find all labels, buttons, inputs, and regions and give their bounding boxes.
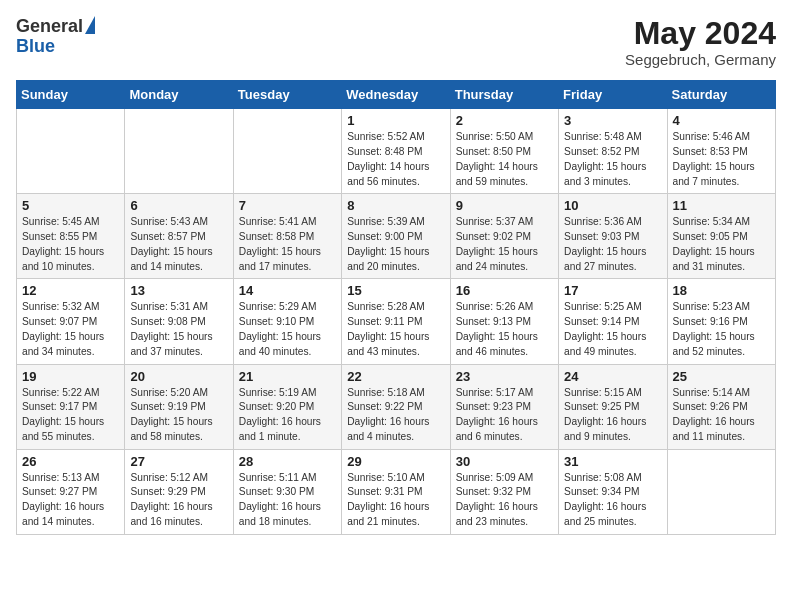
day-info: Sunrise: 5:22 AM Sunset: 9:17 PM Dayligh… [22, 386, 119, 445]
day-number: 16 [456, 283, 553, 298]
day-number: 6 [130, 198, 227, 213]
weekday-header-tuesday: Tuesday [233, 81, 341, 109]
day-number: 24 [564, 369, 661, 384]
day-info: Sunrise: 5:09 AM Sunset: 9:32 PM Dayligh… [456, 471, 553, 530]
calendar-cell: 26Sunrise: 5:13 AM Sunset: 9:27 PM Dayli… [17, 449, 125, 534]
calendar-cell: 25Sunrise: 5:14 AM Sunset: 9:26 PM Dayli… [667, 364, 775, 449]
day-number: 11 [673, 198, 770, 213]
day-info: Sunrise: 5:10 AM Sunset: 9:31 PM Dayligh… [347, 471, 444, 530]
day-info: Sunrise: 5:41 AM Sunset: 8:58 PM Dayligh… [239, 215, 336, 274]
logo-icon [85, 16, 95, 34]
calendar-week-row: 12Sunrise: 5:32 AM Sunset: 9:07 PM Dayli… [17, 279, 776, 364]
weekday-header-friday: Friday [559, 81, 667, 109]
day-info: Sunrise: 5:34 AM Sunset: 9:05 PM Dayligh… [673, 215, 770, 274]
day-number: 22 [347, 369, 444, 384]
title-area: May 2024 Seggebruch, Germany [625, 16, 776, 68]
calendar-week-row: 26Sunrise: 5:13 AM Sunset: 9:27 PM Dayli… [17, 449, 776, 534]
day-number: 20 [130, 369, 227, 384]
day-info: Sunrise: 5:18 AM Sunset: 9:22 PM Dayligh… [347, 386, 444, 445]
day-number: 25 [673, 369, 770, 384]
day-info: Sunrise: 5:31 AM Sunset: 9:08 PM Dayligh… [130, 300, 227, 359]
calendar-cell: 31Sunrise: 5:08 AM Sunset: 9:34 PM Dayli… [559, 449, 667, 534]
calendar-cell [667, 449, 775, 534]
calendar-cell: 4Sunrise: 5:46 AM Sunset: 8:53 PM Daylig… [667, 109, 775, 194]
day-number: 23 [456, 369, 553, 384]
calendar-cell: 7Sunrise: 5:41 AM Sunset: 8:58 PM Daylig… [233, 194, 341, 279]
day-info: Sunrise: 5:25 AM Sunset: 9:14 PM Dayligh… [564, 300, 661, 359]
calendar-cell: 15Sunrise: 5:28 AM Sunset: 9:11 PM Dayli… [342, 279, 450, 364]
day-info: Sunrise: 5:20 AM Sunset: 9:19 PM Dayligh… [130, 386, 227, 445]
day-number: 17 [564, 283, 661, 298]
day-info: Sunrise: 5:46 AM Sunset: 8:53 PM Dayligh… [673, 130, 770, 189]
calendar-cell: 13Sunrise: 5:31 AM Sunset: 9:08 PM Dayli… [125, 279, 233, 364]
day-number: 3 [564, 113, 661, 128]
calendar-cell: 30Sunrise: 5:09 AM Sunset: 9:32 PM Dayli… [450, 449, 558, 534]
calendar-cell: 2Sunrise: 5:50 AM Sunset: 8:50 PM Daylig… [450, 109, 558, 194]
logo-blue-text: Blue [16, 37, 95, 55]
calendar-cell: 24Sunrise: 5:15 AM Sunset: 9:25 PM Dayli… [559, 364, 667, 449]
day-number: 29 [347, 454, 444, 469]
weekday-header-wednesday: Wednesday [342, 81, 450, 109]
calendar-cell: 16Sunrise: 5:26 AM Sunset: 9:13 PM Dayli… [450, 279, 558, 364]
calendar-cell: 17Sunrise: 5:25 AM Sunset: 9:14 PM Dayli… [559, 279, 667, 364]
calendar-cell: 20Sunrise: 5:20 AM Sunset: 9:19 PM Dayli… [125, 364, 233, 449]
day-number: 10 [564, 198, 661, 213]
calendar-header: SundayMondayTuesdayWednesdayThursdayFrid… [17, 81, 776, 109]
day-info: Sunrise: 5:43 AM Sunset: 8:57 PM Dayligh… [130, 215, 227, 274]
day-number: 28 [239, 454, 336, 469]
weekday-header-monday: Monday [125, 81, 233, 109]
day-info: Sunrise: 5:19 AM Sunset: 9:20 PM Dayligh… [239, 386, 336, 445]
day-number: 21 [239, 369, 336, 384]
day-info: Sunrise: 5:08 AM Sunset: 9:34 PM Dayligh… [564, 471, 661, 530]
day-number: 2 [456, 113, 553, 128]
day-info: Sunrise: 5:26 AM Sunset: 9:13 PM Dayligh… [456, 300, 553, 359]
day-info: Sunrise: 5:50 AM Sunset: 8:50 PM Dayligh… [456, 130, 553, 189]
location-subtitle: Seggebruch, Germany [625, 51, 776, 68]
logo: General Blue [16, 16, 95, 55]
calendar-cell: 8Sunrise: 5:39 AM Sunset: 9:00 PM Daylig… [342, 194, 450, 279]
day-info: Sunrise: 5:23 AM Sunset: 9:16 PM Dayligh… [673, 300, 770, 359]
day-number: 4 [673, 113, 770, 128]
calendar-cell [233, 109, 341, 194]
calendar-cell: 10Sunrise: 5:36 AM Sunset: 9:03 PM Dayli… [559, 194, 667, 279]
day-number: 14 [239, 283, 336, 298]
calendar-cell: 21Sunrise: 5:19 AM Sunset: 9:20 PM Dayli… [233, 364, 341, 449]
day-info: Sunrise: 5:48 AM Sunset: 8:52 PM Dayligh… [564, 130, 661, 189]
month-year-title: May 2024 [625, 16, 776, 51]
calendar-cell: 18Sunrise: 5:23 AM Sunset: 9:16 PM Dayli… [667, 279, 775, 364]
day-info: Sunrise: 5:28 AM Sunset: 9:11 PM Dayligh… [347, 300, 444, 359]
day-number: 27 [130, 454, 227, 469]
weekday-header-saturday: Saturday [667, 81, 775, 109]
calendar-week-row: 5Sunrise: 5:45 AM Sunset: 8:55 PM Daylig… [17, 194, 776, 279]
day-number: 7 [239, 198, 336, 213]
day-number: 18 [673, 283, 770, 298]
calendar-cell: 22Sunrise: 5:18 AM Sunset: 9:22 PM Dayli… [342, 364, 450, 449]
calendar-body: 1Sunrise: 5:52 AM Sunset: 8:48 PM Daylig… [17, 109, 776, 535]
calendar-cell [125, 109, 233, 194]
calendar-table: SundayMondayTuesdayWednesdayThursdayFrid… [16, 80, 776, 535]
day-info: Sunrise: 5:32 AM Sunset: 9:07 PM Dayligh… [22, 300, 119, 359]
calendar-cell [17, 109, 125, 194]
day-number: 13 [130, 283, 227, 298]
calendar-cell: 23Sunrise: 5:17 AM Sunset: 9:23 PM Dayli… [450, 364, 558, 449]
weekday-header-sunday: Sunday [17, 81, 125, 109]
day-info: Sunrise: 5:45 AM Sunset: 8:55 PM Dayligh… [22, 215, 119, 274]
calendar-cell: 12Sunrise: 5:32 AM Sunset: 9:07 PM Dayli… [17, 279, 125, 364]
logo-text: General Blue [16, 16, 95, 55]
page-header: General Blue May 2024 Seggebruch, German… [16, 16, 776, 68]
calendar-cell: 28Sunrise: 5:11 AM Sunset: 9:30 PM Dayli… [233, 449, 341, 534]
weekday-header-row: SundayMondayTuesdayWednesdayThursdayFrid… [17, 81, 776, 109]
day-info: Sunrise: 5:15 AM Sunset: 9:25 PM Dayligh… [564, 386, 661, 445]
calendar-cell: 14Sunrise: 5:29 AM Sunset: 9:10 PM Dayli… [233, 279, 341, 364]
day-info: Sunrise: 5:14 AM Sunset: 9:26 PM Dayligh… [673, 386, 770, 445]
calendar-cell: 27Sunrise: 5:12 AM Sunset: 9:29 PM Dayli… [125, 449, 233, 534]
calendar-week-row: 1Sunrise: 5:52 AM Sunset: 8:48 PM Daylig… [17, 109, 776, 194]
logo-general-text: General [16, 16, 83, 37]
calendar-cell: 29Sunrise: 5:10 AM Sunset: 9:31 PM Dayli… [342, 449, 450, 534]
weekday-header-thursday: Thursday [450, 81, 558, 109]
calendar-cell: 3Sunrise: 5:48 AM Sunset: 8:52 PM Daylig… [559, 109, 667, 194]
day-info: Sunrise: 5:17 AM Sunset: 9:23 PM Dayligh… [456, 386, 553, 445]
day-number: 26 [22, 454, 119, 469]
day-info: Sunrise: 5:11 AM Sunset: 9:30 PM Dayligh… [239, 471, 336, 530]
calendar-week-row: 19Sunrise: 5:22 AM Sunset: 9:17 PM Dayli… [17, 364, 776, 449]
